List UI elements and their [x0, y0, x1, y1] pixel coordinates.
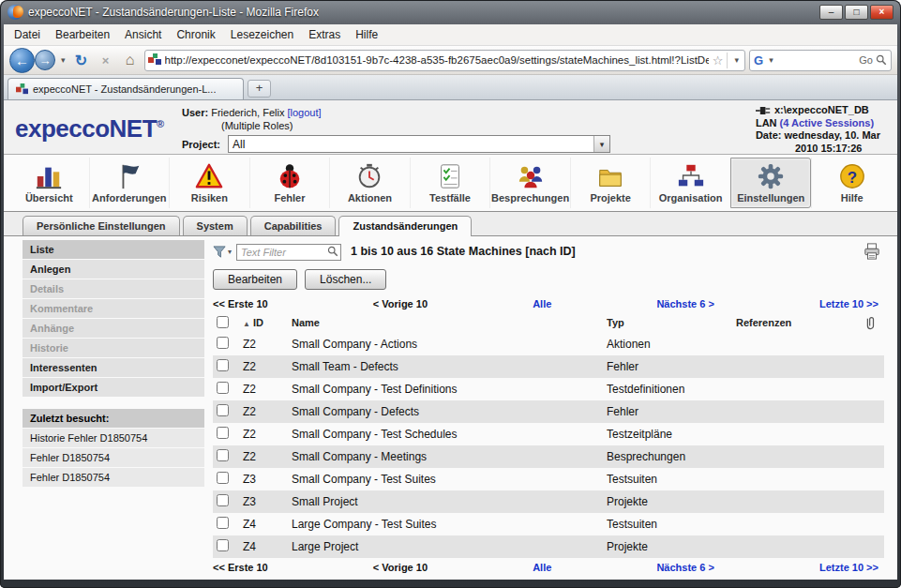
page-last[interactable]: Letzte 10 >> [819, 562, 878, 573]
urlbar-dropdown-icon[interactable]: ▾ [731, 55, 742, 65]
column-typ[interactable]: Typ [603, 312, 732, 333]
text-filter-input[interactable] [236, 244, 341, 261]
sidebar-item-import-export[interactable]: Import/Export [23, 378, 204, 397]
bookmark-star-icon[interactable]: ☆ [713, 53, 724, 68]
page-last[interactable]: Letzte 10 >> [819, 298, 878, 309]
recently-visited: Zuletzt besucht: Historie Fehler D185075… [23, 409, 204, 487]
sidebar-item-anhaenge: Anhänge [23, 319, 204, 338]
page-first: << Erste 10 [213, 562, 268, 573]
sidebar-item-interessenten[interactable]: Interessenten [23, 358, 204, 377]
toolbar-item-anforderungen[interactable]: Anforderungen [89, 158, 170, 208]
search-box[interactable]: G ▾ Go [749, 50, 892, 71]
search-icon[interactable] [327, 246, 338, 257]
toolbar-item-testfaelle[interactable]: Testfälle [410, 158, 490, 208]
titlebar: expeccoNET - Zustandsänderungen-Liste - … [4, 0, 897, 24]
menu-ansicht[interactable]: Ansicht [117, 25, 169, 44]
filter-menu-button[interactable]: ▾ [213, 245, 232, 259]
column-id[interactable]: ▲ID [239, 312, 288, 333]
page-all[interactable]: Alle [533, 562, 551, 573]
print-icon[interactable] [863, 243, 880, 260]
browser-tab[interactable]: expeccoNET - Zustandsänderungen-L... [8, 78, 244, 99]
table-row[interactable]: Z4 Large Company - Test Suites Testsuite… [213, 513, 884, 535]
row-checkbox[interactable] [217, 517, 229, 529]
row-checkbox[interactable] [217, 382, 229, 394]
reload-button[interactable]: ↻ [71, 50, 92, 70]
toolbar-item-besprechungen[interactable]: Besprechungen [489, 158, 570, 208]
bar-chart-icon [35, 162, 63, 190]
toolbar-item-einstellungen[interactable]: Einstellungen [730, 158, 812, 208]
minimize-button[interactable]: – [819, 5, 843, 20]
chevron-down-icon[interactable]: ▾ [593, 136, 609, 152]
table-row[interactable]: Z2 Small Company - Test Schedules Testze… [213, 423, 884, 445]
delete-button[interactable]: Löschen... [305, 269, 386, 290]
row-checkbox[interactable] [217, 494, 229, 506]
tab-system[interactable]: System [183, 216, 248, 235]
app-header: expeccoNET® User: Friederich, Felix [log… [4, 100, 897, 155]
active-sessions-link[interactable]: (4 Active Sessions) [780, 117, 874, 128]
row-checkbox[interactable] [217, 472, 229, 484]
warning-icon [195, 162, 223, 190]
recent-item[interactable]: Historie Fehler D1850754 [23, 429, 204, 447]
toolbar-item-aktionen[interactable]: Aktionen [329, 158, 410, 208]
home-button[interactable]: ⌂ [120, 50, 141, 70]
table-row[interactable]: Z2 Small Company - Defects Fehler [213, 400, 884, 423]
menu-chronik[interactable]: Chronik [169, 25, 222, 44]
page-next[interactable]: Nächste 6 > [656, 298, 713, 309]
menu-lesezeichen[interactable]: Lesezeichen [223, 25, 301, 44]
history-dropdown-icon[interactable]: ▾ [59, 55, 68, 65]
row-checkbox[interactable] [217, 359, 229, 371]
table-row[interactable]: Z2 Small Company - Test Definitions Test… [213, 378, 884, 400]
new-tab-button[interactable]: + [248, 80, 271, 98]
row-checkbox[interactable] [217, 337, 229, 349]
maximize-button[interactable]: □ [845, 5, 868, 20]
edit-button[interactable]: Bearbeiten [213, 269, 297, 290]
sidebar-item-anlegen[interactable]: Anlegen [23, 260, 204, 279]
toolbar-item-uebersicht[interactable]: Übersicht [9, 158, 89, 208]
toolbar-item-projekte[interactable]: Projekte [570, 158, 651, 208]
table-row[interactable]: Z3 Small Project Projekte [213, 490, 884, 513]
sidebar-item-historie: Historie [23, 339, 204, 357]
search-icon[interactable] [876, 54, 887, 66]
recent-item[interactable]: Fehler D1850754 [23, 468, 204, 487]
row-checkbox[interactable] [217, 404, 229, 416]
menu-bearbeiten[interactable]: Bearbeiten [48, 25, 117, 44]
url-bar[interactable]: http://expecconet/expeccoNET/8d103151-9b… [144, 50, 745, 71]
toolbar-item-risiken[interactable]: Risiken [169, 158, 249, 208]
row-checkbox[interactable] [217, 539, 229, 551]
back-button[interactable]: ← [9, 48, 35, 73]
sidebar-item-liste[interactable]: Liste [23, 240, 204, 259]
close-button[interactable]: × [870, 5, 893, 20]
tab-persoenliche-einstellungen[interactable]: Persönliche Einstellungen [23, 216, 180, 235]
column-name[interactable]: Name [288, 312, 603, 333]
toolbar-item-organisation[interactable]: Organisation [650, 158, 730, 208]
logout-link[interactable]: [logout] [288, 107, 322, 118]
menubar: Datei Bearbeiten Ansicht Chronik Lesezei… [4, 24, 897, 46]
url-text[interactable]: http://expecconet/expeccoNET/8d103151-9b… [165, 54, 709, 66]
project-select[interactable]: All ▾ [228, 135, 610, 153]
forward-button[interactable]: → [35, 50, 55, 70]
select-all-checkbox[interactable] [217, 316, 229, 328]
toolbar-item-hilfe[interactable]: ? Hilfe [811, 158, 892, 208]
row-checkbox[interactable] [217, 427, 229, 439]
page-next[interactable]: Nächste 6 > [656, 562, 713, 573]
table-row[interactable]: Z2 Small Company - Meetings Besprechunge… [213, 445, 884, 468]
column-referenzen[interactable]: Referenzen [732, 312, 860, 333]
table-row[interactable]: Z2 Small Company - Actions Aktionen [213, 333, 884, 355]
recent-item[interactable]: Fehler D1850754 [23, 448, 204, 467]
toolbar-item-fehler[interactable]: Fehler [249, 158, 330, 208]
page-all[interactable]: Alle [533, 298, 551, 309]
table-row[interactable]: Z4 Large Project Projekte [213, 535, 884, 558]
menu-extras[interactable]: Extras [301, 25, 348, 44]
tab-zustandsaenderungen[interactable]: Zustandsänderungen [338, 216, 472, 236]
search-engine-dropdown-icon[interactable]: ▾ [766, 55, 776, 65]
row-checkbox[interactable] [217, 449, 229, 461]
table-row[interactable]: Z3 Small Company - Test Suites Testsuite… [213, 468, 884, 490]
menu-hilfe[interactable]: Hilfe [348, 25, 385, 44]
checklist-icon [436, 162, 464, 190]
menu-datei[interactable]: Datei [7, 25, 48, 44]
table-row[interactable]: Z2 Small Team - Defects Fehler [213, 355, 884, 378]
tab-capabilities[interactable]: Capabilities [250, 216, 337, 235]
page-prev: < Vorige 10 [373, 298, 428, 309]
state-machines-table: ▲ID Name Typ Referenzen [213, 312, 884, 558]
pagination-top: << Erste 10 < Vorige 10 Alle Nächste 6 >… [213, 294, 884, 312]
